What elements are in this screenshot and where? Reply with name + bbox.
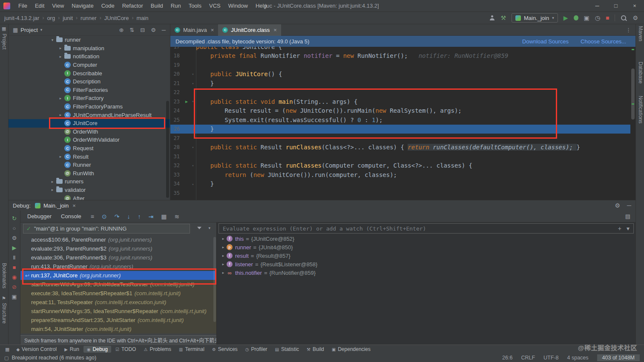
- line-number[interactable]: 20: [170, 71, 183, 77]
- chevron-right-icon[interactable]: ▸: [57, 96, 64, 100]
- run-to-cursor-icon[interactable]: ⇥: [148, 214, 153, 219]
- tool-button-problems[interactable]: ⚠Problems: [140, 346, 175, 353]
- tool-button-debug[interactable]: ◉Debug: [83, 346, 111, 353]
- tree-item-runner[interactable]: ▾runner: [9, 36, 170, 44]
- pause-icon[interactable]: Ⅱ: [13, 255, 15, 260]
- debug-icon[interactable]: [574, 15, 578, 20]
- stack-frame-evaluate-293[interactable]: evaluate:293, ParentRunner$2(org.junit.r…: [20, 244, 216, 253]
- line-number[interactable]: 26: [170, 126, 183, 132]
- fold-icon[interactable]: ▾: [190, 164, 196, 168]
- line-number[interactable]: 35: [170, 190, 183, 196]
- memory-indicator[interactable]: 403 of 1048M: [597, 354, 640, 361]
- line-number[interactable]: 32: [170, 162, 183, 168]
- chevron-right-icon[interactable]: ▸: [220, 245, 227, 249]
- code-line-26[interactable]: 26▴ }: [170, 125, 630, 134]
- window-switcher-icon[interactable]: ▦: [3, 347, 12, 352]
- project-scrollbar[interactable]: [166, 101, 169, 198]
- tab-junitcore-class[interactable]: CJUnitCore.class×: [218, 24, 281, 36]
- tree-item-junitcore[interactable]: CJUnitCore: [9, 119, 170, 128]
- maximize-button[interactable]: □: [607, 0, 625, 12]
- banner-link-choose-sources[interactable]: Choose Sources...: [581, 38, 626, 45]
- menu-vcs[interactable]: VCS: [205, 0, 224, 12]
- code-line-20[interactable]: 20▾ public JUnitCore() {: [170, 70, 630, 79]
- code-editor[interactable]: 17public class JUnitCore {18 private fin…: [170, 47, 630, 200]
- fold-icon[interactable]: ▴: [190, 81, 196, 85]
- build-hammer-icon[interactable]: ⚒: [500, 15, 506, 21]
- line-number[interactable]: 21: [170, 80, 183, 86]
- tree-item-filterfactories[interactable]: CFilterFactories: [9, 86, 170, 94]
- stack-frame-run-137[interactable]: ↩run:137, JUnitCore(org.junit.runner): [20, 271, 216, 280]
- tab-main-java[interactable]: CMain.java×: [170, 24, 218, 36]
- tree-item-orderwith[interactable]: @OrderWith: [9, 128, 170, 136]
- tool-button-dependencies[interactable]: ▣Dependencies: [328, 346, 374, 353]
- chevron-right-icon[interactable]: ▸: [49, 180, 56, 184]
- more-tabs-icon[interactable]: ⋮: [621, 27, 635, 33]
- user-icon[interactable]: [489, 15, 495, 20]
- bookmark-stripe-icon[interactable]: ⚑: [2, 296, 6, 301]
- tool-button-services[interactable]: ⚙Services: [209, 346, 241, 353]
- variable-this-notifier[interactable]: ▸∞this.notifier={RunNotifier@859}: [217, 268, 635, 277]
- tree-item-notification[interactable]: ▸notification: [9, 52, 170, 61]
- stack-frame-execute-38[interactable]: execute:38, IdeaTestRunner$Repeater$1(co…: [20, 289, 216, 298]
- coverage-icon[interactable]: ▣: [584, 15, 589, 21]
- fold-icon[interactable]: ▴: [190, 127, 196, 131]
- settings-gear-icon[interactable]: ⚙: [632, 15, 638, 21]
- code-line-31[interactable]: 31: [170, 152, 630, 161]
- profiler-icon[interactable]: ◷: [595, 15, 600, 21]
- tree-item-after[interactable]: @After: [9, 194, 170, 200]
- status-widget-26-6[interactable]: 26:6: [502, 355, 512, 361]
- locate-file-icon[interactable]: ⊕: [119, 27, 124, 33]
- run-icon[interactable]: ▶: [564, 15, 568, 21]
- menu-help[interactable]: Help: [252, 0, 271, 12]
- close-icon[interactable]: ×: [72, 202, 76, 209]
- stack-frame-startrunnerwithargs-69[interactable]: startRunnerWithArgs:69, JUnit4IdeaTestRu…: [20, 280, 216, 289]
- run-configuration-select[interactable]: Main._join ▾: [512, 13, 558, 23]
- variable-runner[interactable]: ▸prunner={JUnit4@850}: [217, 243, 635, 251]
- trace-settings-icon[interactable]: ≋: [174, 214, 179, 219]
- line-number[interactable]: 18: [170, 53, 183, 59]
- tree-item-runners[interactable]: ▸runners: [9, 177, 170, 186]
- chevron-right-icon[interactable]: ▸: [220, 237, 227, 241]
- sidebar-item-project[interactable]: Project: [1, 34, 7, 49]
- chevron-right-icon[interactable]: ▸: [220, 271, 227, 275]
- stack-frame-repeat-11[interactable]: repeat:11, TestsRepeater(com.intellij.rt…: [20, 298, 216, 307]
- menu-file[interactable]: File: [14, 0, 31, 12]
- tree-item-description[interactable]: CDescription: [9, 77, 170, 86]
- line-number[interactable]: 17: [170, 47, 183, 50]
- close-button[interactable]: ×: [625, 0, 644, 12]
- sidebar-item-database[interactable]: Database: [638, 62, 644, 83]
- frames-scrollbar[interactable]: [213, 237, 216, 322]
- tool-button-terminal[interactable]: ▥Terminal: [175, 346, 208, 353]
- chevron-right-icon[interactable]: ▸: [57, 54, 64, 59]
- run-main-icon[interactable]: ▶: [183, 99, 190, 104]
- layout-icon[interactable]: ▤: [625, 213, 630, 219]
- line-number[interactable]: 19: [170, 62, 183, 68]
- search-everywhere-icon[interactable]: [621, 15, 627, 21]
- sidebar-item-bookmarks[interactable]: Bookmarks: [1, 263, 7, 288]
- menu-tools[interactable]: Tools: [185, 0, 205, 12]
- thread-selector[interactable]: ✓ "main"@1 in group "main": RUNNING: [23, 224, 190, 234]
- code-line-23[interactable]: 23▶▾ public static void main(String... a…: [170, 97, 630, 106]
- line-number[interactable]: 31: [170, 154, 183, 160]
- hide-panel-icon[interactable]: ─: [162, 27, 166, 33]
- minimize-button[interactable]: ─: [588, 0, 607, 12]
- sidebar-item-structure[interactable]: Structure: [1, 303, 7, 324]
- tab-console[interactable]: Console: [59, 213, 83, 219]
- tool-button-build[interactable]: ⚒Build: [303, 346, 328, 353]
- tree-item-manipulation[interactable]: ▸manipulation: [9, 44, 170, 53]
- line-number[interactable]: 34: [170, 181, 183, 187]
- view-breakpoints-icon[interactable]: ◉: [12, 274, 17, 280]
- chevron-right-icon[interactable]: ▸: [57, 154, 64, 159]
- debug-session-tab[interactable]: Main._join ×: [35, 202, 76, 209]
- hide-debug-panel-icon[interactable]: ─: [627, 202, 631, 208]
- line-number[interactable]: 28: [170, 144, 183, 150]
- tool-button-run[interactable]: ▶Run: [61, 346, 83, 353]
- variable-listener[interactable]: ▸flistener={Result$Listener@858}: [217, 260, 635, 268]
- panel-settings-icon[interactable]: ⚙: [151, 27, 156, 33]
- chevron-right-icon[interactable]: ▸: [57, 46, 64, 50]
- breadcrumb-item-junit[interactable]: junit: [63, 15, 73, 21]
- tree-item-computer[interactable]: CComputer: [9, 61, 170, 69]
- tree-item-request[interactable]: CRequest: [9, 144, 170, 153]
- code-line-28[interactable]: 28▾ public static Result runClasses(Clas…: [170, 143, 630, 152]
- line-number[interactable]: 22: [170, 89, 183, 95]
